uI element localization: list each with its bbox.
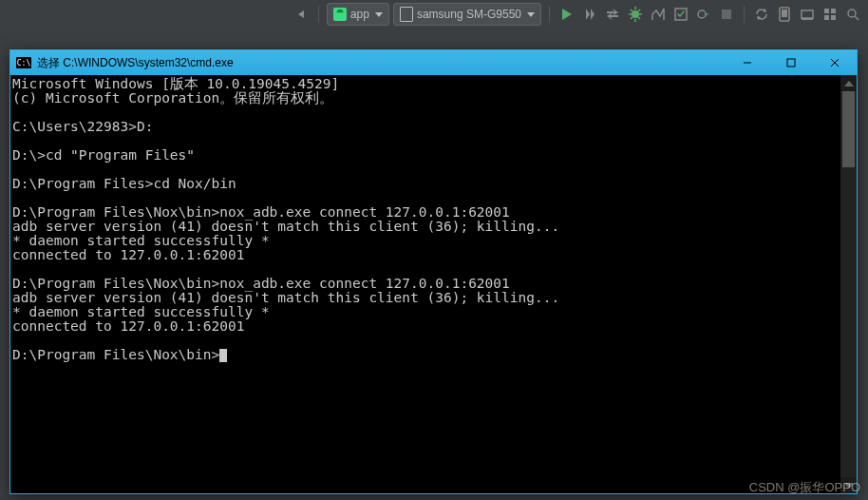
cmd-title: 选择 C:\WINDOWS\system32\cmd.exe (37, 55, 234, 71)
cmd-icon: C:\ (16, 57, 31, 68)
run-config-combo[interactable]: app (327, 3, 389, 26)
android-icon (333, 8, 347, 21)
cmd-titlebar[interactable]: C:\ 选择 C:\WINDOWS\system32\cmd.exe (10, 50, 857, 75)
coverage-button[interactable] (671, 5, 690, 24)
avd-button[interactable] (775, 5, 794, 24)
svg-rect-12 (787, 59, 795, 67)
search-button[interactable] (843, 5, 862, 24)
debug-button[interactable] (626, 5, 645, 24)
device-label: samsung SM-G9550 (417, 8, 521, 21)
ide-toolbar: app samsung SM-G9550 (0, 0, 868, 29)
svg-rect-7 (824, 9, 829, 13)
terminal-cursor (219, 349, 227, 362)
chevron-down-icon (375, 12, 383, 17)
phone-icon (400, 7, 413, 22)
svg-rect-5 (782, 10, 787, 17)
maximize-button[interactable] (769, 50, 813, 75)
resource-manager-button[interactable] (821, 5, 840, 24)
terminal-output[interactable]: Microsoft Windows [版本 10.0.19045.4529] (… (10, 75, 840, 493)
code-swap-button[interactable] (603, 5, 622, 24)
svg-point-2 (698, 10, 706, 18)
scroll-down-button[interactable] (840, 477, 857, 493)
profiler-button[interactable] (649, 5, 668, 24)
svg-rect-8 (831, 9, 836, 13)
apply-changes-button[interactable] (580, 5, 599, 24)
svg-rect-3 (722, 10, 731, 19)
scroll-thumb[interactable] (842, 91, 855, 167)
stop-button[interactable] (717, 5, 736, 24)
svg-point-0 (632, 10, 639, 18)
svg-point-11 (848, 10, 856, 17)
close-button[interactable] (813, 50, 857, 75)
sdk-button[interactable] (798, 5, 817, 24)
attach-debugger-button[interactable] (694, 5, 713, 24)
scroll-track[interactable] (840, 91, 857, 477)
svg-rect-9 (824, 15, 829, 20)
run-button[interactable] (557, 5, 576, 24)
scrollbar[interactable] (840, 75, 857, 493)
minimize-button[interactable] (726, 50, 769, 75)
cmd-window: C:\ 选择 C:\WINDOWS\system32\cmd.exe Micro… (9, 49, 858, 494)
chevron-down-icon (527, 12, 535, 17)
scroll-up-button[interactable] (840, 75, 857, 91)
run-config-label: app (350, 8, 369, 21)
svg-rect-10 (831, 15, 836, 20)
back-arrow-icon[interactable] (292, 5, 311, 24)
svg-rect-6 (802, 10, 813, 18)
device-combo[interactable]: samsung SM-G9550 (393, 3, 541, 26)
sync-button[interactable] (752, 5, 771, 24)
